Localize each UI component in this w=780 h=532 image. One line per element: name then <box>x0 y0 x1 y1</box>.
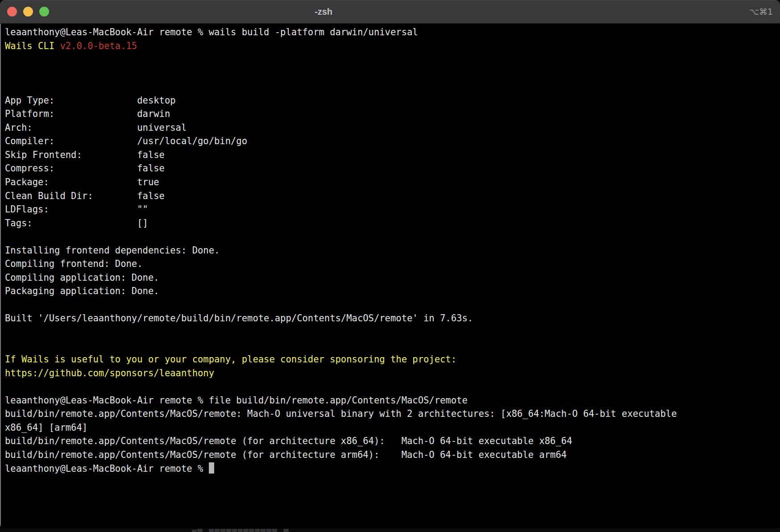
terminal-line <box>5 380 777 394</box>
terminal-line: leaanthony@Leas-MacBook-Air remote % <box>5 462 777 476</box>
window-shortcut-badge: ⌥⌘1 <box>749 0 773 24</box>
terminal-line <box>5 230 777 244</box>
terminal-text-segment: Compiler: /usr/local/go/bin/go <box>5 136 247 146</box>
terminal-output[interactable]: leaanthony@Leas-MacBook-Air remote % wai… <box>0 24 780 528</box>
background-window-strip: ▄▆ ▆▆▆▆▆▆▆▆▆▆▆▆ ▆ <box>0 528 780 532</box>
terminal-line: x86_64] [arm64] <box>5 421 777 435</box>
occluded-window-fragment: ▄▆ ▆▆▆▆▆▆▆▆▆▆▆▆ ▆ <box>192 529 308 532</box>
terminal-text-segment: x86_64] [arm64] <box>5 422 87 433</box>
terminal-line: Package: true <box>5 175 777 189</box>
terminal-line: Installing frontend dependencies: Done. <box>5 244 777 258</box>
terminal-text-segment: Clean Build Dir: false <box>5 191 165 201</box>
terminal-text-segment: Tags: [] <box>5 218 148 229</box>
window-titlebar[interactable]: -zsh ⌥⌘1 <box>0 0 780 24</box>
terminal-cursor <box>209 462 214 474</box>
terminal-line: leaanthony@Leas-MacBook-Air remote % wai… <box>5 25 777 39</box>
terminal-text-segment: leaanthony@Leas-MacBook-Air remote % wai… <box>5 27 418 37</box>
terminal-line: leaanthony@Leas-MacBook-Air remote % fil… <box>5 394 777 407</box>
terminal-text-segment: Compiling application: Done. <box>5 272 159 283</box>
terminal-text-segment: Built '/Users/leaanthony/remote/build/bi… <box>5 313 473 324</box>
terminal-text-segment: Compress: false <box>5 163 165 174</box>
terminal-line: build/bin/remote.app/Contents/MacOS/remo… <box>5 434 777 448</box>
terminal-line: Arch: universal <box>5 121 777 135</box>
terminal-text-segment: leaanthony@Leas-MacBook-Air remote % fil… <box>5 395 468 406</box>
terminal-line: Wails CLI v2.0.0-beta.15 <box>5 39 777 53</box>
terminal-text-segment: build/bin/remote.app/Contents/MacOS/remo… <box>5 408 677 419</box>
terminal-line: Skip Frontend: false <box>5 148 777 162</box>
window-title: -zsh <box>315 0 332 24</box>
terminal-line: Compiling frontend: Done. <box>5 257 777 271</box>
terminal-text-segment: Installing frontend dependencies: Done. <box>5 245 220 256</box>
close-button[interactable] <box>7 7 17 17</box>
terminal-text-segment: leaanthony@Leas-MacBook-Air remote % <box>5 463 209 474</box>
terminal-text-segment: https://github.com/sponsors/leaanthony <box>5 368 214 378</box>
terminal-line: build/bin/remote.app/Contents/MacOS/remo… <box>5 407 777 421</box>
terminal-text-segment: Wails CLI <box>5 41 60 51</box>
terminal-line: If Wails is useful to you or your compan… <box>5 353 777 366</box>
terminal-text-segment: App Type: desktop <box>5 95 176 106</box>
terminal-line <box>5 80 777 94</box>
terminal-text-segment: build/bin/remote.app/Contents/MacOS/remo… <box>5 449 567 460</box>
terminal-line: Tags: [] <box>5 216 777 230</box>
terminal-line: App Type: desktop <box>5 94 777 108</box>
terminal-line: Platform: darwin <box>5 107 777 121</box>
traffic-lights <box>7 7 49 17</box>
terminal-line <box>5 298 777 312</box>
terminal-line: Compiling application: Done. <box>5 271 777 285</box>
terminal-text-segment: Compiling frontend: Done. <box>5 258 143 269</box>
terminal-text-segment: Packaging application: Done. <box>5 286 159 296</box>
terminal-line: LDFlags: "" <box>5 203 777 216</box>
terminal-window: -zsh ⌥⌘1 leaanthony@Leas-MacBook-Air rem… <box>0 0 780 528</box>
minimize-button[interactable] <box>23 7 33 17</box>
terminal-text-segment: build/bin/remote.app/Contents/MacOS/remo… <box>5 436 572 446</box>
terminal-text-segment: Platform: darwin <box>5 108 170 119</box>
terminal-text-segment: v2.0.0-beta.15 <box>60 41 137 51</box>
terminal-text-segment: Arch: universal <box>5 122 187 133</box>
terminal-line <box>5 66 777 80</box>
terminal-text-segment: If Wails is useful to you or your compan… <box>5 354 456 365</box>
terminal-text-segment: Package: true <box>5 177 159 187</box>
terminal-line: Clean Build Dir: false <box>5 189 777 203</box>
terminal-line: Built '/Users/leaanthony/remote/build/bi… <box>5 312 777 325</box>
terminal-line: Packaging application: Done. <box>5 284 777 298</box>
terminal-text-segment: Skip Frontend: false <box>5 150 165 160</box>
terminal-line: build/bin/remote.app/Contents/MacOS/remo… <box>5 448 777 462</box>
terminal-line <box>5 325 777 339</box>
terminal-line: Compress: false <box>5 162 777 175</box>
terminal-line: Compiler: /usr/local/go/bin/go <box>5 134 777 148</box>
terminal-line: https://github.com/sponsors/leaanthony <box>5 366 777 380</box>
terminal-line <box>5 339 777 353</box>
terminal-text-segment: LDFlags: "" <box>5 204 148 215</box>
zoom-button[interactable] <box>39 7 49 17</box>
terminal-line <box>5 53 777 66</box>
